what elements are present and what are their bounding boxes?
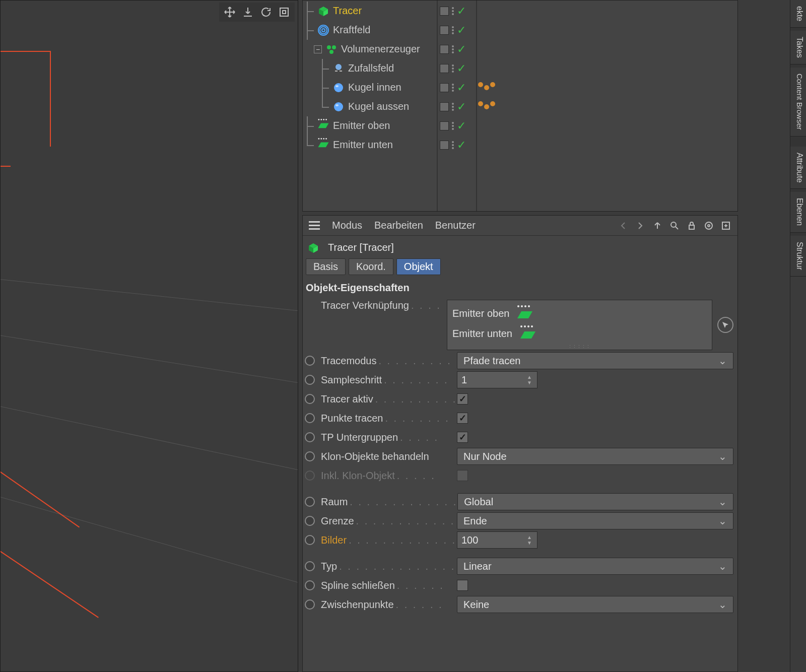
side-tab-content-browser[interactable]: Content Browser [790,68,806,137]
viewport-canvas[interactable] [1,1,298,671]
nav-back-icon[interactable] [618,220,629,231]
object-name[interactable]: Emitter oben [333,120,390,131]
visibility-toggle[interactable] [440,83,449,92]
dropdown-zwischenpunkte[interactable]: Keine ⌄ [457,596,733,613]
dynamics-tag-icon[interactable] [478,85,495,90]
enabled-check-icon[interactable]: ✓ [457,100,466,113]
layer-dots-icon[interactable] [452,45,454,53]
layer-dots-icon[interactable] [452,122,454,130]
resize-handle[interactable]: : : : : : [452,344,707,347]
anim-key-toggle[interactable] [305,497,315,507]
rotate-tool-icon[interactable] [258,5,274,20]
link-list[interactable]: Emitter oben Emitter unten : : : : : [447,300,712,350]
viewport[interactable] [0,0,298,672]
visibility-toggle[interactable] [440,26,449,35]
anim-key-toggle[interactable] [305,535,315,545]
checkbox-tp-untergruppen[interactable] [457,432,468,443]
input-bilder[interactable]: 100 ▲▼ [457,531,538,549]
dropdown-tracemodus[interactable]: Pfade tracen ⌄ [457,352,733,369]
visibility-toggle[interactable] [440,45,449,54]
menu-edit[interactable]: Bearbeiten [374,220,423,231]
enabled-check-icon[interactable]: ✓ [457,139,466,152]
dropdown-grenze[interactable]: Ende ⌄ [457,512,733,529]
drop-tool-icon[interactable] [240,5,255,20]
checkbox-spline-schliessen[interactable] [457,580,468,591]
dropdown-typ[interactable]: Linear ⌄ [457,558,733,575]
object-name[interactable]: Kugel aussen [348,101,409,112]
anim-key-toggle[interactable] [305,413,315,423]
link-entry[interactable]: Emitter oben [452,303,707,323]
dropdown-klon-objekte[interactable]: Nur Node ⌄ [457,448,733,465]
menu-user[interactable]: Benutzer [435,220,476,231]
side-tab-takes[interactable]: Takes [790,31,806,64]
layer-dots-icon[interactable] [452,64,454,73]
pick-target-icon[interactable] [717,317,733,333]
dropdown-raum[interactable]: Global ⌄ [457,493,733,510]
side-tab-objects[interactable]: ekte [790,0,806,28]
target-icon[interactable] [703,220,714,231]
object-row-kugel-innen[interactable]: Kugel innen ✓ [303,78,737,97]
dynamics-tag-icon[interactable] [478,104,495,109]
tab-basis[interactable]: Basis [306,258,346,275]
enabled-check-icon[interactable]: ✓ [457,81,466,94]
object-row-zufallsfeld[interactable]: Zufallsfeld ✓ [303,59,737,78]
enabled-check-icon[interactable]: ✓ [457,43,466,56]
nav-forward-icon[interactable] [635,220,646,231]
object-name[interactable]: Emitter unten [333,139,393,151]
layer-dots-icon[interactable] [452,26,454,34]
tab-objekt[interactable]: Objekt [396,258,441,275]
attribute-manager[interactable]: Modus Bearbeiten Benutzer Tracer [Tracer… [302,215,738,672]
checkbox-tracer-aktiv[interactable] [457,393,468,405]
object-name[interactable]: Tracer [333,5,362,17]
visibility-toggle[interactable] [440,7,449,16]
frame-tool-icon[interactable] [277,5,292,20]
lock-icon[interactable] [686,220,697,231]
object-row-tracer[interactable]: Tracer ✓ [303,2,737,21]
enabled-check-icon[interactable]: ✓ [457,62,466,75]
visibility-toggle[interactable] [440,121,449,130]
object-row-emitter-unten[interactable]: Emitter unten ✓ [303,136,737,155]
enabled-check-icon[interactable]: ✓ [457,5,466,18]
visibility-toggle[interactable] [440,141,449,150]
layer-dots-icon[interactable] [452,84,454,92]
visibility-toggle[interactable] [440,102,449,111]
layer-dots-icon[interactable] [452,103,454,111]
side-tab-struktur[interactable]: Struktur [790,236,806,277]
anim-key-toggle[interactable] [305,599,315,610]
object-name[interactable]: Zufallsfeld [348,62,394,74]
side-tab-attribute[interactable]: Attribute [790,147,806,189]
layer-dots-icon[interactable] [452,141,454,149]
search-icon[interactable] [669,220,680,231]
move-tool-icon[interactable] [222,5,237,20]
checkbox-punkte-tracen[interactable] [457,413,468,424]
anim-key-toggle[interactable] [305,375,315,385]
tab-koord[interactable]: Koord. [349,258,393,275]
anim-key-toggle[interactable] [305,516,315,526]
layer-dots-icon[interactable] [452,7,454,15]
anim-key-toggle[interactable] [305,580,315,590]
anim-key-toggle[interactable] [305,356,315,366]
enabled-check-icon[interactable]: ✓ [457,24,466,37]
spinner-icon[interactable]: ▲▼ [527,372,535,388]
object-row-kugel-aussen[interactable]: Kugel aussen ✓ [303,97,737,116]
link-entry[interactable]: Emitter unten [452,323,707,344]
collapse-toggle[interactable]: − [314,45,322,53]
spinner-icon[interactable]: ▲▼ [527,532,535,548]
add-panel-icon[interactable] [720,220,731,231]
object-row-volumenerzeuger[interactable]: − Volumenerzeuger ✓ [303,40,737,59]
object-row-kraftfeld[interactable]: Kraftfeld ✓ [303,21,737,40]
menu-icon[interactable] [309,221,320,230]
input-sampleschritt[interactable]: 1 ▲▼ [457,371,538,388]
anim-key-toggle[interactable] [305,394,315,404]
object-name[interactable]: Volumenerzeuger [341,43,420,55]
enabled-check-icon[interactable]: ✓ [457,119,466,132]
anim-key-toggle[interactable] [305,451,315,461]
anim-key-toggle[interactable] [305,432,315,442]
object-name[interactable]: Kraftfeld [333,24,370,36]
object-row-emitter-oben[interactable]: Emitter oben ✓ [303,116,737,136]
menu-mode[interactable]: Modus [332,220,362,231]
visibility-toggle[interactable] [440,64,449,73]
side-tab-ebenen[interactable]: Ebenen [790,192,806,232]
object-manager[interactable]: Tracer ✓ Kraftfeld ✓ − Volumenerzeuger [302,0,738,212]
anim-key-toggle[interactable] [305,561,315,571]
